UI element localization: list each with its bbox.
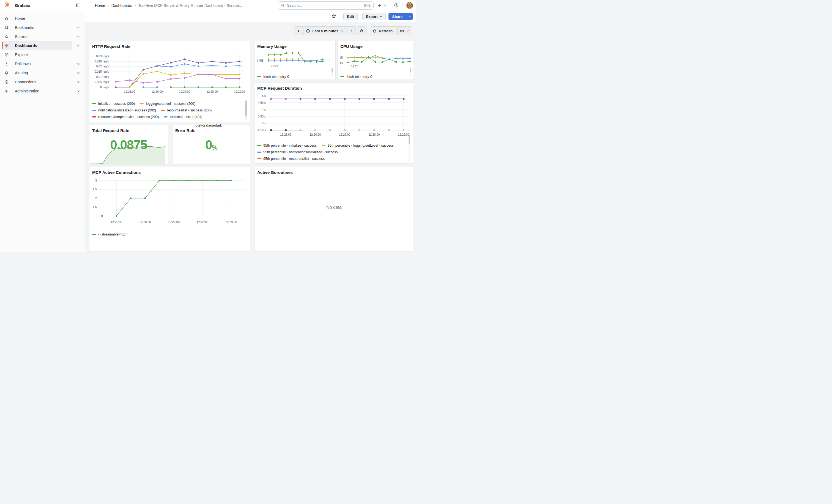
refresh-button[interactable]: Refresh (370, 26, 397, 35)
cpu-usage-chart[interactable]: 0.2%0%12:25 (340, 49, 411, 71)
no-data-message: No data (255, 205, 414, 210)
http-request-rate-chart[interactable]: 0 req/s0.005 req/s0.01 req/s0.015 req/s0… (92, 51, 248, 98)
legend-item[interactable]: notifications/initialized - success (202… (92, 108, 156, 112)
search-input[interactable]: ⌘+k (278, 1, 374, 10)
sidebar-item-connections[interactable]: Connections (2, 77, 72, 86)
scrollbar-thumb[interactable] (332, 68, 333, 72)
legend-item[interactable]: tools/list - success (200) (141, 122, 184, 122)
legend-item[interactable]: 95th percentile - initialize - success (257, 143, 317, 148)
search-field[interactable] (287, 3, 363, 7)
panel-title[interactable]: Memory Usage (257, 44, 333, 49)
legend-swatch (164, 116, 167, 118)
refresh-icon (372, 29, 376, 33)
refresh-group: Refresh 5s (370, 26, 412, 35)
panel-title[interactable]: HTTP Request Rate (92, 44, 248, 51)
legend-item[interactable]: fetch-telemetry-0 (257, 75, 289, 79)
chevron-down-icon (77, 89, 80, 93)
memory-usage-chart[interactable]: 16 MiB12:25 (257, 49, 333, 71)
legend-swatch (140, 103, 144, 105)
svg-text:5 s: 5 s (262, 94, 266, 97)
legend-item[interactable]: 95th percentile - logging/setLevel - suc… (322, 143, 394, 148)
panel-title[interactable]: CPU Usage (340, 44, 411, 49)
scrollbar-thumb[interactable] (410, 68, 411, 72)
chevron-down-icon (406, 29, 409, 33)
share-menu-button[interactable] (406, 12, 413, 20)
panel-active-goroutines: Active Goroutines No data (254, 167, 414, 252)
legend-item[interactable]: - (streamable-http) (92, 233, 127, 236)
legend-item[interactable]: 95th percentile - resources/templates/li… (257, 163, 341, 164)
legend-label: unknown - success (200) (195, 122, 233, 122)
legend-item[interactable]: tools/call - success (200) (92, 122, 136, 122)
zoom-out-button[interactable] (357, 26, 366, 35)
legend-label: tools/call - success (200) (98, 122, 136, 122)
legend-label: 95th percentile - resources/list - succe… (263, 157, 324, 161)
legend-item[interactable]: fetch-telemetry-0 (340, 75, 372, 79)
sidebar-nav: Home Bookmarks Starred Dashboards Explor… (0, 11, 85, 96)
sidebar-item-home[interactable]: Home (2, 14, 72, 23)
sidebar-item-bookmarks[interactable]: Bookmarks (2, 23, 72, 32)
legend-swatch (257, 145, 261, 147)
panel-title[interactable]: Active Goroutines (257, 170, 411, 177)
time-range-picker[interactable]: Last 5 minutes (303, 26, 346, 35)
chevron-down-icon (77, 35, 80, 38)
mcp-request-duration-chart[interactable]: 2.50 s3 s3.50 s4 s4.50 s5 s12:25:0012:26… (257, 93, 411, 139)
legend-swatch (161, 110, 165, 111)
legend-item[interactable]: 95th percentile - notifications/initiali… (257, 150, 338, 154)
scrollbar-thumb[interactable] (245, 100, 247, 116)
breadcrumb-dashboards[interactable]: Dashboards (111, 3, 132, 8)
svg-text:12:29:00: 12:29:00 (234, 90, 245, 93)
panel-title[interactable]: MCP Request Duration (257, 85, 411, 93)
share-button[interactable]: Share (389, 12, 406, 20)
panel-toggle-icon[interactable] (75, 2, 82, 9)
legend-item[interactable]: initialize - success (200) (92, 102, 135, 106)
sidebar-item-dashboards[interactable]: Dashboards (2, 41, 72, 50)
legend-item[interactable]: resources/list - success (200) (161, 108, 212, 112)
bookmark-icon (4, 25, 9, 30)
sidebar-item-explore[interactable]: Explore (2, 50, 72, 59)
divider (402, 2, 403, 8)
refresh-interval-picker[interactable]: 5s (397, 26, 412, 35)
panel-title[interactable]: MCP Active Connections (92, 170, 248, 177)
plus-icon (378, 3, 382, 8)
add-button[interactable] (376, 1, 388, 10)
time-forward-button[interactable] (346, 26, 356, 35)
mcp-active-connections-chart[interactable]: 11.522.5312:25:0012:26:0012:27:0012:28:0… (92, 177, 248, 228)
export-button[interactable]: Export (362, 12, 386, 20)
legend-item[interactable]: resources/templates/list - success (200) (92, 115, 159, 119)
zoom-out-icon (360, 29, 364, 33)
svg-text:12:28:00: 12:28:00 (197, 220, 208, 224)
svg-text:12:27:00: 12:27:00 (179, 90, 190, 93)
sidebar-item-alerting[interactable]: Alerting (2, 68, 72, 77)
legend-swatch (340, 76, 344, 78)
legend-label: logging/setLevel - success (200) (146, 102, 195, 106)
breadcrumb-home[interactable]: Home (95, 3, 105, 8)
favorite-star-button[interactable] (329, 12, 339, 21)
chevron-down-icon (341, 29, 344, 33)
sidebar-item-drilldown[interactable]: Drilldown (2, 59, 72, 68)
brand-name: Grafana (15, 3, 30, 8)
svg-text:3 s: 3 s (262, 122, 266, 125)
legend-item[interactable]: 95th percentile - resources/list - succe… (257, 157, 324, 161)
drilldown-icon (4, 62, 9, 66)
help-button[interactable] (392, 1, 400, 10)
legend-item[interactable]: tools/call - error (404) (164, 115, 203, 119)
svg-text:12:25:00: 12:25:00 (124, 90, 135, 93)
legend-item[interactable]: unknown - success (200) (189, 122, 233, 122)
svg-text:0.2%: 0.2% (340, 56, 343, 59)
sidebar-item-administration[interactable]: Administration (2, 86, 72, 96)
scrollbar-thumb[interactable] (409, 135, 410, 144)
edit-button[interactable]: Edit (343, 12, 358, 20)
chart-legend: - (streamable-http) (92, 231, 248, 239)
panel-total-request-rate: Total Request Rate 0.0875 (89, 125, 168, 164)
svg-text:12:25: 12:25 (271, 64, 278, 68)
panel-memory-usage: Memory Usage 16 MiB12:25 fetch-telemetry… (254, 41, 336, 80)
grafana-logo-icon[interactable] (3, 1, 10, 10)
svg-text:12:28:00: 12:28:00 (368, 133, 380, 136)
legend-item[interactable]: logging/setLevel - success (200) (140, 102, 195, 106)
time-back-button[interactable] (294, 26, 304, 35)
dashboard-content: Last 5 minutes Refresh 5s (85, 22, 416, 252)
chart-legend: fetch-telemetry-0 (340, 74, 411, 80)
svg-text:0.01 req/s: 0.01 req/s (96, 75, 109, 78)
sidebar-item-starred[interactable]: Starred (2, 32, 72, 41)
avatar[interactable] (406, 2, 413, 9)
